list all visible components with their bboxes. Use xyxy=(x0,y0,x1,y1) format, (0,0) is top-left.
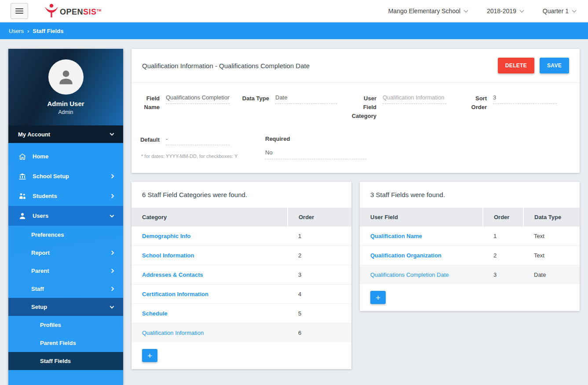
sidebar-item-users[interactable]: Users xyxy=(8,206,123,226)
chevron-right-icon xyxy=(110,174,114,179)
staff-field-row: Qualification Name 1 Text xyxy=(360,227,580,246)
sidebar-item-setup[interactable]: Setup xyxy=(8,298,123,316)
main-content: Qualification Information - Qualificatio… xyxy=(131,49,580,385)
sidebar-item-school-setup[interactable]: School Setup xyxy=(8,166,123,186)
school-icon xyxy=(18,172,26,180)
category-row: School Information 2 xyxy=(131,246,351,265)
add-staff-field-button[interactable]: + xyxy=(370,291,386,304)
profile-section: Admin User Admin xyxy=(8,49,123,125)
categories-table: Category Order Demographic Info 1 School… xyxy=(131,208,351,342)
breadcrumb-users[interactable]: Users xyxy=(9,28,24,34)
field-order: 2 xyxy=(483,246,523,265)
breadcrumb: Users › Staff Fields xyxy=(0,22,588,39)
logo-text: OPENSISTM xyxy=(60,7,102,17)
field-data-type: Text xyxy=(523,227,580,246)
category-order: 6 xyxy=(288,323,351,343)
required-label: Required xyxy=(265,136,366,142)
profile-name: Admin User xyxy=(47,100,84,107)
field-data-type: Text xyxy=(523,246,580,265)
school-selector[interactable]: Mango Elementary School xyxy=(388,7,467,15)
chevron-down-icon xyxy=(519,8,524,12)
field-link-qualification-organization[interactable]: Qualification Organization xyxy=(370,252,442,259)
sidebar-item-staff-fields[interactable]: Staff Fields xyxy=(8,352,123,370)
sidebar-item-staff[interactable]: Staff xyxy=(8,280,123,298)
category-row: Certification Information 4 xyxy=(131,285,351,304)
data-type-label: Data Type xyxy=(242,94,269,121)
category-link-school-information[interactable]: School Information xyxy=(142,252,194,259)
category-link-certification-information[interactable]: Certification Information xyxy=(142,291,208,297)
column-header-data-type: Data Type xyxy=(523,208,580,227)
sidebar-item-my-account[interactable]: My Account xyxy=(8,125,123,143)
column-header-order: Order xyxy=(483,208,523,227)
sort-order-label: Sort Order xyxy=(459,94,487,121)
column-header-user-field: User Field xyxy=(360,208,483,227)
field-order: 3 xyxy=(483,265,523,285)
category-link-demographic-info[interactable]: Demographic Info xyxy=(142,233,191,239)
school-selector-value: Mango Elementary School xyxy=(388,7,460,15)
sort-order-input[interactable]: 3 xyxy=(493,94,557,104)
students-icon xyxy=(18,192,26,200)
field-order: 1 xyxy=(483,227,523,246)
page-title: Qualification Information - Qualificatio… xyxy=(142,62,310,70)
opensis-logo[interactable]: OPENSISTM xyxy=(43,3,102,19)
sidebar-item-parent-fields[interactable]: Parent Fields xyxy=(8,334,123,352)
format-note: * for dates: YYYY-MM-DD, for checkboxes:… xyxy=(141,152,241,161)
sidebar-item-label: Users xyxy=(33,213,48,219)
sidebar-item-home[interactable]: Home xyxy=(8,147,123,166)
top-bar: OPENSISTM Mango Elementary School 2018-2… xyxy=(0,0,588,22)
sidebar-item-label: Home xyxy=(33,153,48,160)
category-row: Schedule 5 xyxy=(131,304,351,323)
sidebar-item-label: Parent Fields xyxy=(40,340,76,346)
field-link-qualifications-completion-date[interactable]: Qualifications Completion Date xyxy=(370,271,449,278)
staff-field-row: Qualification Organization 2 Text xyxy=(360,246,580,265)
add-category-button[interactable]: + xyxy=(142,349,157,362)
field-link-qualification-name[interactable]: Qualification Name xyxy=(370,233,422,239)
sidebar-item-students[interactable]: Students xyxy=(8,186,123,206)
category-order: 4 xyxy=(288,285,351,304)
data-type-input[interactable]: Date xyxy=(275,94,337,104)
hamburger-menu-button[interactable] xyxy=(11,3,28,19)
breadcrumb-separator-icon: › xyxy=(27,28,29,34)
my-account-label: My Account xyxy=(18,131,50,138)
field-data-type: Date xyxy=(523,265,580,285)
staff-fields-card: 3 Staff Fields were found. User Field Or… xyxy=(360,182,580,311)
school-year-selector[interactable]: 2018-2019 xyxy=(487,7,523,15)
save-button[interactable]: SAVE xyxy=(540,58,569,73)
chevron-down-icon xyxy=(110,213,114,217)
sidebar-item-label: School Setup xyxy=(33,173,69,180)
users-icon xyxy=(18,212,26,220)
chevron-down-icon xyxy=(110,304,114,308)
category-link-addresses-contacts[interactable]: Addresses & Contacts xyxy=(142,271,203,278)
home-icon xyxy=(18,152,26,161)
sidebar-item-label: Staff Fields xyxy=(40,358,71,364)
category-link-qualification-information[interactable]: Qualification Information xyxy=(142,330,204,336)
field-detail-card: Qualification Information - Qualificatio… xyxy=(131,49,580,173)
sidebar-item-report[interactable]: Report xyxy=(8,244,123,262)
fields-count-text: 3 Staff Fields were found. xyxy=(360,182,580,208)
chevron-down-icon xyxy=(110,132,114,136)
profile-role: Admin xyxy=(58,109,73,115)
sidebar-item-profiles[interactable]: Profiles xyxy=(8,316,123,334)
chevron-right-icon xyxy=(110,251,114,255)
sidebar: Admin User Admin My Account Home School … xyxy=(8,49,123,385)
staff-field-row-selected: Qualifications Completion Date 3 Date xyxy=(360,265,580,285)
field-name-label: Field Name xyxy=(139,94,160,121)
delete-button[interactable]: DELETE xyxy=(498,58,534,73)
field-name-input[interactable]: Qualifications Completion Date xyxy=(166,94,230,104)
category-order: 2 xyxy=(288,246,351,265)
category-link-schedule[interactable]: Schedule xyxy=(142,310,168,317)
chevron-down-icon xyxy=(464,8,468,12)
opensis-logo-icon xyxy=(43,3,60,19)
sidebar-item-label: Profiles xyxy=(40,322,61,328)
category-row: Addresses & Contacts 3 xyxy=(131,265,351,285)
column-header-category: Category xyxy=(131,208,288,227)
category-order: 5 xyxy=(288,304,351,323)
default-input[interactable]: - xyxy=(166,136,230,145)
quarter-value: Quarter 1 xyxy=(543,7,569,15)
quarter-selector[interactable]: Quarter 1 xyxy=(543,7,576,15)
sidebar-item-preferences[interactable]: Preferences xyxy=(8,226,123,244)
chevron-right-icon xyxy=(110,269,114,273)
required-input[interactable]: No xyxy=(265,149,366,159)
sidebar-item-label: Setup xyxy=(31,304,47,310)
sidebar-item-parent[interactable]: Parent xyxy=(8,262,123,280)
